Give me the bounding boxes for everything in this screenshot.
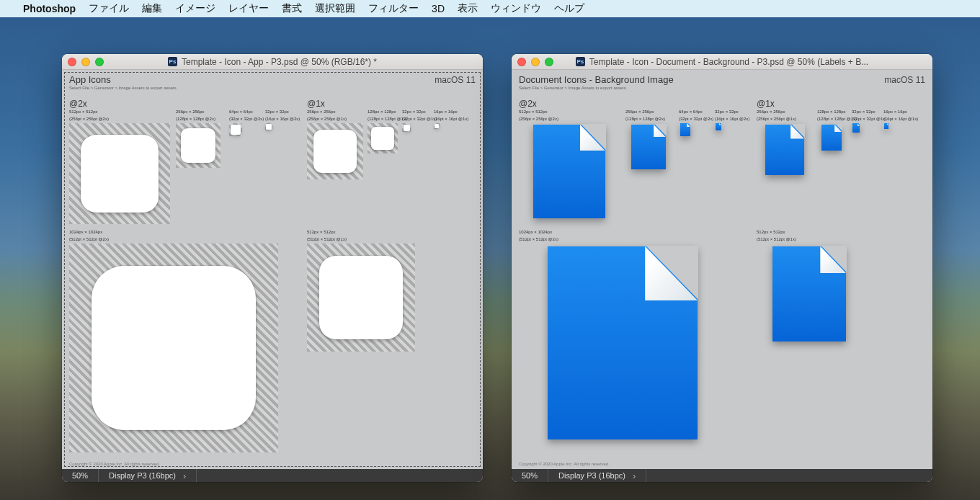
slot-label: 1024px × 1024px — [519, 230, 726, 236]
slot-label: 64px × 64px — [679, 110, 713, 115]
slot-label: 512px × 512px — [757, 230, 862, 236]
zoom-level[interactable]: 50% — [62, 469, 99, 482]
zoom-level[interactable]: 50% — [512, 469, 548, 482]
document-canvas[interactable]: Document Icons - Background Image macOS … — [512, 70, 932, 469]
icon-slot-256-2x — [176, 123, 220, 168]
slot-label-sub: (16pt × 16pt @1x) — [434, 117, 468, 122]
icon-slot-16-1x — [434, 123, 440, 129]
slot-label-sub: (512pt × 512pt @1x) — [307, 237, 415, 243]
doc-icon-512-1x — [772, 246, 846, 341]
slot-label-sub: (16pt × 16pt @1x) — [883, 117, 918, 122]
window-app-icons[interactable]: Ps Template - Icon - App - P3.psd @ 50% … — [62, 54, 483, 482]
scale-2x-label: @2x — [519, 99, 537, 109]
copyright-label: Copyright © 2020 Apple Inc. All rights r… — [519, 462, 610, 466]
slot-label: 512px × 512px — [69, 110, 170, 115]
color-profile[interactable]: Display P3 (16bpc) — [99, 469, 197, 482]
icon-slot-32-2x — [265, 123, 272, 130]
slot-label-sub: (32pt × 32pt @1x) — [402, 117, 437, 122]
icon-slot-32-1x — [402, 123, 411, 132]
scale-1x-label: @1x — [307, 99, 325, 109]
menu-image[interactable]: イメージ — [175, 2, 215, 15]
icon-slot-128-1x — [368, 123, 398, 153]
slot-label-sub: (512pt × 512pt @2x) — [519, 237, 726, 243]
slot-label-sub: (32pt × 32pt @2x) — [679, 117, 713, 122]
menu-app[interactable]: Photoshop — [23, 3, 76, 14]
window-document-icons[interactable]: Ps Template - Icon - Document - Backgrou… — [512, 54, 932, 482]
slot-label-sub: (16pt × 16pt @2x) — [265, 117, 300, 122]
icon-slot-256-1x — [307, 123, 363, 179]
slot-label-sub: (32pt × 32pt @2x) — [229, 117, 264, 122]
slot-label: 128px × 128px — [368, 110, 398, 115]
slot-label: 32px × 32px — [402, 110, 437, 115]
doc-header: App Icons — [69, 74, 111, 85]
doc-icon-256-2x — [631, 125, 666, 169]
menu-help[interactable]: ヘルプ — [554, 2, 584, 15]
menu-filter[interactable]: フィルター — [368, 2, 419, 15]
slot-label: 16px × 16px — [434, 110, 468, 115]
slot-label-sub: (256pt × 256pt @1x) — [757, 117, 813, 122]
system-menubar: Photoshop ファイル 編集 イメージ レイヤー 書式 選択範囲 フィルタ… — [0, 0, 980, 17]
status-bar: 50% Display P3 (16bpc) — [512, 469, 932, 482]
doc-icon-512-2x — [533, 125, 605, 218]
icon-slot-1024-2x — [69, 244, 278, 452]
zoom-icon[interactable] — [545, 58, 553, 66]
menu-view[interactable]: 表示 — [458, 2, 478, 15]
slot-label: 512px × 512px — [307, 230, 415, 236]
os-label: macOS 11 — [435, 75, 476, 85]
doc-icon-128-1x — [821, 125, 842, 151]
slot-label: 32px × 32px — [265, 110, 300, 115]
scale-2x-label: @2x — [69, 99, 87, 109]
menu-edit[interactable]: 編集 — [142, 2, 162, 15]
close-icon[interactable] — [517, 58, 526, 66]
slot-label-sub: (256pt × 256pt @1x) — [307, 117, 363, 122]
slot-label-sub: (128pt × 128pt @2x) — [625, 117, 672, 122]
slot-label-sub: (256pt × 256pt @2x) — [519, 117, 620, 122]
slot-label-sub: (16pt × 16pt @2x) — [715, 117, 749, 122]
window-title: Ps Template - Icon - Document - Backgrou… — [512, 57, 932, 67]
doc-icon-256-1x — [765, 125, 804, 175]
color-profile[interactable]: Display P3 (16bpc) — [548, 469, 646, 482]
os-label: macOS 11 — [884, 75, 925, 85]
icon-slot-512-1x — [307, 244, 415, 352]
status-bar: 50% Display P3 (16bpc) — [62, 469, 483, 482]
slot-label-sub: (256pt × 256pt @2x) — [69, 117, 170, 122]
titlebar[interactable]: Ps Template - Icon - App - P3.psd @ 50% … — [62, 54, 483, 70]
doc-subtitle: Select File > Generator > Image Assets t… — [519, 86, 626, 90]
doc-header: Document Icons - Background Image — [519, 74, 674, 85]
minimize-icon[interactable] — [531, 58, 540, 66]
menu-window[interactable]: ウィンドウ — [491, 2, 541, 15]
doc-icon-32-2x — [716, 123, 721, 130]
slot-label-sub: (128pt × 128pt @1x) — [368, 117, 398, 122]
slot-label-sub: (512pt × 512pt @2x) — [69, 237, 278, 243]
window-title-text: Template - Icon - Document - Background … — [589, 57, 868, 67]
scale-1x-label: @1x — [757, 99, 775, 109]
menu-3d[interactable]: 3D — [432, 3, 445, 14]
slot-label: 256px × 256px — [625, 110, 672, 115]
slot-label: 512px × 512px — [519, 110, 620, 115]
slot-label: 256px × 256px — [307, 110, 363, 115]
doc-icon-32-1x — [852, 123, 860, 133]
menu-file[interactable]: ファイル — [89, 2, 129, 15]
slot-label: 1024px × 1024px — [69, 230, 278, 236]
slot-label: 256px × 256px — [757, 110, 813, 115]
photoshop-doc-icon: Ps — [576, 57, 585, 66]
slot-label: 32px × 32px — [852, 110, 886, 115]
slot-label-sub: (512pt × 512pt @1x) — [757, 237, 862, 243]
slot-label: 64px × 64px — [229, 110, 264, 115]
slot-label: 32px × 32px — [715, 110, 749, 115]
copyright-label: Copyright © 2020 Apple Inc. All rights r… — [69, 462, 160, 466]
minimize-icon[interactable] — [81, 58, 90, 66]
photoshop-doc-icon: Ps — [168, 57, 177, 66]
doc-icon-16-1x — [884, 123, 888, 129]
slot-label: 16px × 16px — [883, 110, 918, 115]
zoom-icon[interactable] — [95, 58, 104, 66]
slot-label: 256px × 256px — [176, 110, 220, 115]
document-canvas[interactable]: App Icons macOS 11 Select File > Generat… — [62, 70, 483, 469]
slot-label-sub: (32pt × 32pt @1x) — [852, 117, 886, 122]
close-icon[interactable] — [68, 58, 76, 66]
menu-select[interactable]: 選択範囲 — [315, 2, 355, 15]
titlebar[interactable]: Ps Template - Icon - Document - Backgrou… — [512, 54, 932, 70]
menu-type[interactable]: 書式 — [282, 2, 302, 15]
menu-layer[interactable]: レイヤー — [228, 2, 269, 15]
window-title-text: Template - Icon - App - P3.psd @ 50% (RG… — [182, 57, 377, 67]
